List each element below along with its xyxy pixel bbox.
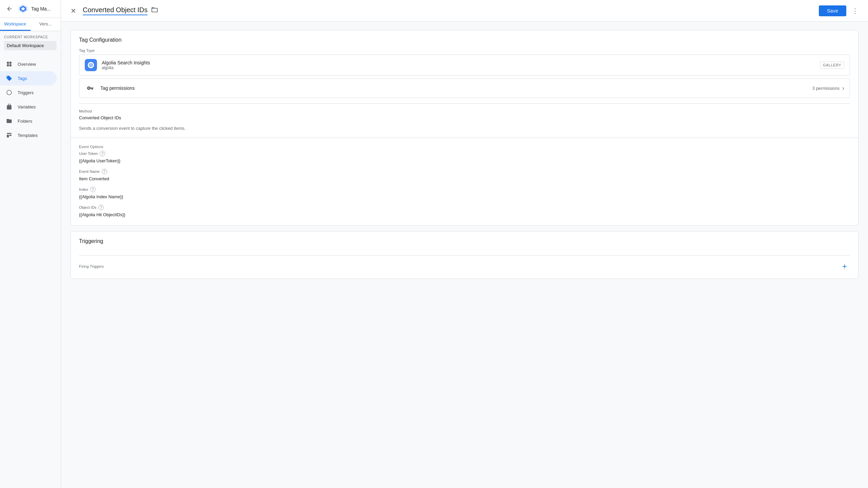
sidebar-header: Tag Ma... <box>0 0 61 18</box>
tag-type-row[interactable]: Algolia Search Insights algolia GALLERY <box>79 55 850 76</box>
description-text: Sends a conversion event to capture the … <box>79 126 850 131</box>
index-help-icon[interactable]: ? <box>90 187 96 192</box>
add-trigger-button[interactable]: + <box>839 261 850 272</box>
permissions-label: Tag permissions <box>100 85 812 91</box>
nav-items: Overview Tags Triggers <box>0 54 61 488</box>
panel-actions: Save ⋮ <box>819 5 861 17</box>
triggering-title: Triggering <box>79 238 103 244</box>
sidebar-item-variables[interactable]: Variables <box>0 100 57 114</box>
event-name-value: Item Converted <box>79 176 850 181</box>
event-name-help-icon[interactable]: ? <box>102 169 107 174</box>
user-token-help-icon[interactable]: ? <box>100 151 105 156</box>
sidebar-item-label-overview: Overview <box>18 62 36 67</box>
sidebar-item-templates[interactable]: Templates <box>0 128 57 142</box>
briefcase-icon <box>5 103 13 110</box>
folder-icon <box>5 117 13 125</box>
save-button[interactable]: Save <box>819 5 846 16</box>
panel-overlay: ✕ Converted Object IDs Save ⋮ <box>61 0 868 488</box>
tag-type-label: Tag Type <box>79 48 850 53</box>
panel-title: Converted Object IDs <box>83 6 147 15</box>
key-icon <box>85 83 96 94</box>
tag-name: Algolia Search Insights <box>102 60 820 65</box>
workspace-name: Default Workspace <box>4 41 57 50</box>
divider <box>79 103 850 104</box>
tag-configuration-title: Tag Configuration <box>79 37 850 43</box>
index-label-row: Index ? <box>79 187 850 192</box>
main-area: ✕ Converted Object IDs Save ⋮ <box>61 0 868 488</box>
triggering-header: Triggering <box>79 238 850 250</box>
user-token-value: {{Algolia UserToken}} <box>79 158 850 163</box>
algolia-icon <box>85 59 97 71</box>
method-value: Converted Object IDs <box>79 115 850 120</box>
panel-header: ✕ Converted Object IDs Save ⋮ <box>61 0 868 22</box>
object-ids-value: {{Algolia Hit ObjectIDs}} <box>79 212 850 217</box>
svg-rect-3 <box>7 133 12 134</box>
index-value: {{Algolia Index Name}} <box>79 194 850 199</box>
sidebar: Tag Ma... Workspace Vers... CURRENT WORK… <box>0 0 61 488</box>
tag-configuration-card: Tag Configuration Tag Type <box>71 30 859 226</box>
svg-rect-4 <box>7 135 9 138</box>
sidebar-item-label-tags: Tags <box>18 76 27 81</box>
sidebar-item-triggers[interactable]: Triggers <box>0 85 57 100</box>
triggering-inner: Triggering Firing Triggers + <box>71 231 858 279</box>
sidebar-item-tags[interactable]: Tags <box>0 71 57 85</box>
triggering-divider <box>79 255 850 256</box>
template-icon <box>5 131 13 139</box>
method-label: Method <box>79 109 850 113</box>
object-ids-help-icon[interactable]: ? <box>98 205 104 210</box>
sidebar-item-label-variables: Variables <box>18 104 36 109</box>
sidebar-item-folders[interactable]: Folders <box>0 114 57 128</box>
object-ids-label-row: Object IDs ? <box>79 205 850 210</box>
tab-workspace[interactable]: Workspace <box>0 18 31 31</box>
close-button[interactable]: ✕ <box>68 5 79 16</box>
event-options-title: Event Options <box>79 145 850 149</box>
tag-info: Algolia Search Insights algolia <box>102 60 820 70</box>
chevron-right-icon: › <box>842 85 844 92</box>
tag-icon <box>5 75 13 82</box>
workspace-label: CURRENT WORKSPACE <box>4 35 57 39</box>
user-token-label-row: User Token ? <box>79 151 850 156</box>
firing-triggers-label: Firing Triggers <box>79 264 104 268</box>
event-name-label: Event Name <box>79 169 100 174</box>
firing-triggers-row: Firing Triggers + <box>79 261 850 272</box>
app-title: Tag Ma... <box>31 6 51 12</box>
permissions-row[interactable]: Tag permissions 3 permissions › <box>79 78 850 98</box>
tab-versions[interactable]: Vers... <box>31 18 61 31</box>
folder-outline-icon[interactable] <box>151 6 158 15</box>
grid-icon <box>5 60 13 68</box>
tag-configuration-inner: Tag Configuration Tag Type <box>71 30 858 138</box>
panel: ✕ Converted Object IDs Save ⋮ <box>61 0 868 488</box>
gallery-badge: GALLERY <box>820 61 844 69</box>
sidebar-item-label-triggers: Triggers <box>18 90 34 95</box>
panel-title-area: Converted Object IDs <box>83 6 819 15</box>
back-button[interactable] <box>4 3 15 14</box>
workspace-section: CURRENT WORKSPACE Default Workspace <box>0 31 61 54</box>
triggering-card: Triggering Firing Triggers + <box>71 231 859 279</box>
panel-content: Tag Configuration Tag Type <box>61 22 868 488</box>
tag-sub: algolia <box>102 65 820 70</box>
sidebar-item-label-folders: Folders <box>18 119 32 124</box>
object-ids-label: Object IDs <box>79 205 96 209</box>
index-label: Index <box>79 187 88 191</box>
user-token-label: User Token <box>79 151 98 156</box>
app-logo <box>18 3 28 14</box>
permissions-count: 3 permissions <box>812 86 840 91</box>
sidebar-tabs: Workspace Vers... <box>0 18 61 31</box>
event-options-inner: Event Options User Token ? {{Algolia Use… <box>71 138 858 225</box>
svg-rect-5 <box>9 135 12 136</box>
circle-icon <box>5 89 13 96</box>
sidebar-item-overview[interactable]: Overview <box>0 57 57 71</box>
event-name-label-row: Event Name ? <box>79 169 850 174</box>
more-options-button[interactable]: ⋮ <box>849 5 861 17</box>
sidebar-item-label-templates: Templates <box>18 133 38 138</box>
